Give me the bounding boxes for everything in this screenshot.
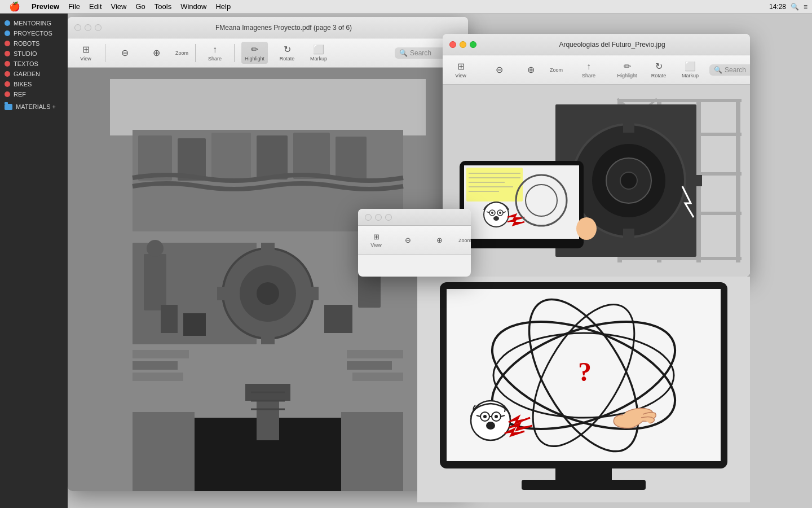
svg-rect-1 — [110, 79, 426, 135]
third-maximize-button[interactable] — [385, 214, 392, 221]
menubar-help[interactable]: Help — [211, 2, 235, 11]
sidebar-item-bikes[interactable]: BIKES — [0, 79, 68, 89]
rotate-label-img: Rotate — [651, 73, 667, 78]
menubar-go[interactable]: Go — [131, 2, 149, 11]
menubar-view[interactable]: View — [107, 2, 131, 11]
sidebar-dot-ref — [5, 91, 10, 97]
menubar-preview[interactable]: Preview — [27, 2, 64, 11]
zoom-label-third: Zoom — [458, 238, 471, 243]
image-zoom-in-btn[interactable]: ⊕ — [518, 62, 543, 77]
menubar-edit[interactable]: Edit — [85, 2, 106, 11]
zoom-label-img: Zoom — [550, 67, 563, 73]
pdf-view-btn[interactable]: ⊞ View — [73, 42, 98, 64]
svg-rect-30 — [183, 313, 206, 336]
apple-menu[interactable]: 🍎 — [5, 1, 25, 12]
menubar-window[interactable]: Window — [176, 2, 211, 11]
svg-rect-32 — [133, 350, 189, 358]
third-view-btn[interactable]: ⊞ View — [364, 230, 389, 250]
sidebar-item-textos[interactable]: TEXTOS — [0, 59, 68, 69]
pdf-window-title: FMeana Imagenes Proyecto.pdf (page 3 of … — [106, 24, 461, 32]
pdf-share-btn[interactable]: ↑ Share — [202, 42, 227, 64]
share-icon-img: ↑ — [586, 62, 591, 72]
pdf-markup-btn[interactable]: ⬜ Markup — [306, 42, 331, 64]
search-placeholder-img: Search — [725, 66, 746, 74]
sidebar-item-ref[interactable]: REF — [0, 89, 68, 99]
pdf-rotate-btn[interactable]: ↻ Rotate — [275, 42, 299, 64]
svg-rect-6 — [257, 135, 288, 179]
pdf-titlebar: FMeana Imagenes Proyecto.pdf (page 3 of … — [68, 17, 468, 38]
image-markup-btn[interactable]: ⬜ Markup — [678, 59, 703, 81]
sidebar-label-studio: STUDIO — [14, 50, 37, 57]
image-maximize-button[interactable] — [470, 41, 476, 48]
svg-rect-64 — [466, 168, 523, 202]
image-highlight-btn[interactable]: ✏ Highlight — [615, 59, 639, 81]
pdf-zoom-in-btn[interactable]: ⊕ — [144, 45, 169, 60]
search-placeholder-pdf: Search — [410, 49, 431, 57]
svg-point-12 — [257, 282, 279, 305]
view-icon-img: ⊞ — [457, 61, 465, 72]
pdf-minimize-button[interactable] — [85, 24, 91, 31]
image-rotate-btn[interactable]: ↻ Rotate — [646, 59, 671, 81]
menubar-tools[interactable]: Tools — [150, 2, 176, 11]
third-close-button[interactable] — [365, 214, 372, 221]
sidebar-dot-proyectos — [5, 30, 10, 36]
image-close-button[interactable] — [449, 41, 456, 48]
svg-rect-20 — [257, 395, 279, 440]
sidebar-item-garden[interactable]: GARDEN — [0, 69, 68, 79]
third-minimize-button[interactable] — [375, 214, 382, 221]
sidebar-item-materials[interactable]: MATERIALS + — [0, 102, 68, 112]
sidebar-item-mentoring[interactable]: MENTORING — [0, 18, 68, 28]
svg-rect-19 — [341, 412, 403, 491]
pdf-close-button[interactable] — [74, 24, 81, 31]
sidebar-label-materials: MATERIALS + — [16, 103, 56, 110]
markup-label: Markup — [310, 56, 327, 62]
image-share-btn[interactable]: ↑ Share — [576, 59, 601, 81]
image-zoom-out-btn[interactable]: ⊖ — [487, 62, 511, 77]
tv-image: ? — [417, 277, 750, 502]
svg-point-79 — [576, 217, 597, 240]
arqueologias-image — [443, 93, 750, 268]
image-window: Arqueologías del Futuro_Previo.jpg ⊞ Vie… — [443, 34, 750, 277]
image-minimize-button[interactable] — [460, 41, 466, 48]
menubar-status: 14:28 🔍 ≡ — [769, 3, 807, 11]
sidebar-item-proyectos[interactable]: PROYECTOS — [0, 28, 68, 38]
svg-rect-86 — [522, 480, 646, 490]
sidebar-item-studio[interactable]: STUDIO — [0, 49, 68, 59]
view-icon-third: ⊞ — [373, 233, 379, 241]
image-search-box[interactable]: 🔍 Search — [709, 64, 750, 76]
rotate-icon-img: ↻ — [655, 61, 663, 72]
view-label-third: View — [370, 242, 381, 248]
svg-rect-35 — [347, 350, 403, 358]
svg-point-26 — [147, 240, 164, 257]
svg-rect-43 — [617, 99, 742, 102]
zoom-label: Zoom — [175, 50, 188, 56]
search-icon[interactable]: 🔍 — [791, 3, 799, 11]
sidebar-label-proyectos: PROYECTOS — [14, 30, 52, 37]
sidebar-item-robots[interactable]: ROBOTS — [0, 38, 68, 49]
sidebar-label-robots: ROBOTS — [14, 40, 39, 47]
third-zoom2-btn[interactable]: ⊕ — [427, 234, 452, 247]
third-zoom-btn[interactable]: ⊖ — [395, 234, 420, 247]
svg-point-77 — [493, 216, 499, 221]
svg-point-98 — [495, 415, 498, 418]
share-icon: ↑ — [213, 45, 217, 55]
pdf-toolbar: ⊞ View ⊖ ⊕ Zoom ↑ Share ✏ Highlight ↻ Ro… — [68, 38, 468, 68]
svg-rect-5 — [211, 133, 251, 181]
menubar: 🍎 Preview File Edit View Go Tools Window… — [0, 0, 812, 14]
image-view-btn[interactable]: ⊞ View — [448, 59, 473, 81]
pdf-zoom-out-btn[interactable]: ⊖ — [112, 45, 137, 60]
menu-extras[interactable]: ≡ — [804, 3, 807, 11]
markup-icon-img: ⬜ — [685, 61, 696, 72]
menubar-file[interactable]: File — [64, 2, 85, 11]
sidebar-dot-robots — [5, 41, 10, 46]
pdf-maximize-button[interactable] — [95, 24, 102, 31]
bottom-image-area: ? — [417, 277, 750, 502]
sidebar-label-textos: TEXTOS — [14, 60, 38, 67]
search-icon-pdf: 🔍 — [399, 49, 408, 57]
markup-icon: ⬜ — [313, 44, 324, 55]
svg-rect-14 — [261, 333, 275, 344]
toolbar-sep-3 — [234, 44, 235, 62]
zoom2-icon-third: ⊕ — [436, 236, 443, 244]
image-window-title: Arqueologías del Futuro_Previo.jpg — [481, 41, 743, 49]
pdf-highlight-btn[interactable]: ✏ Highlight — [241, 42, 268, 64]
